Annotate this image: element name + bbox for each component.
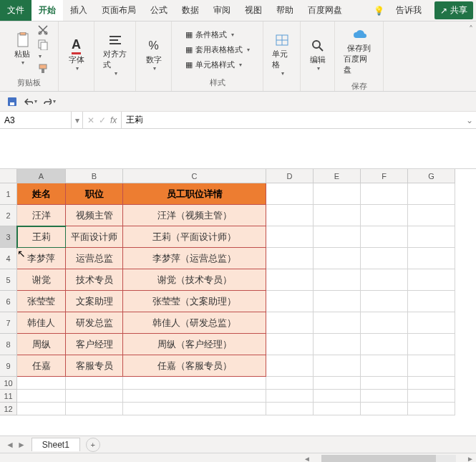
enter-formula-icon[interactable]: ✓ (99, 115, 106, 125)
name-box-dropdown[interactable]: ▾ (72, 112, 83, 128)
tab-data[interactable]: 数据 (175, 0, 206, 21)
number-button[interactable]: % 数字 (142, 36, 166, 74)
alignment-button[interactable]: 对齐方式 (99, 30, 131, 80)
cell-A12[interactable] (17, 403, 66, 415)
cell-F9[interactable] (361, 355, 408, 377)
cell-D2[interactable] (266, 205, 314, 226)
column-header-D[interactable]: D (266, 169, 314, 183)
save-button[interactable] (6, 95, 19, 108)
row-header-11[interactable]: 11 (0, 390, 17, 403)
cell-G8[interactable] (408, 334, 455, 355)
row-header-10[interactable]: 10 (0, 377, 17, 390)
save-to-baidu-button[interactable]: 保存到 百度网盘 (339, 24, 379, 78)
tab-page-layout[interactable]: 页面布局 (94, 0, 143, 21)
share-button[interactable]: ↗共享 (434, 1, 473, 19)
name-box-input[interactable] (4, 115, 67, 125)
cell-E2[interactable] (314, 205, 361, 226)
cell-D3[interactable] (266, 226, 314, 248)
cell-C10[interactable] (123, 377, 266, 390)
horizontal-scrollbar[interactable]: ◄ ► (0, 453, 476, 462)
cell-F6[interactable] (361, 291, 408, 312)
redo-button[interactable] (43, 95, 56, 108)
cell-A1[interactable]: 姓名 (17, 183, 66, 205)
cell-C2[interactable]: 汪洋（视频主管） (123, 205, 266, 226)
cell-G6[interactable] (408, 291, 455, 312)
tab-home[interactable]: 开始 (31, 0, 63, 21)
cell-B3[interactable]: 平面设计师 (66, 226, 123, 248)
cell-D11[interactable] (266, 390, 314, 403)
add-sheet-button[interactable]: + (86, 438, 100, 452)
cell-C11[interactable] (123, 390, 266, 403)
cell-E5[interactable] (314, 269, 361, 291)
collapse-ribbon-icon[interactable]: ˄ (469, 24, 473, 34)
cell-D1[interactable] (266, 183, 314, 205)
sheet-tab[interactable]: Sheet1 (31, 438, 80, 451)
cell-C1[interactable]: 员工职位详情 (123, 183, 266, 205)
cut-button[interactable] (37, 24, 49, 36)
column-header-C[interactable]: C (123, 169, 266, 183)
format-as-table-button[interactable]: ▦套用表格格式 (183, 43, 253, 57)
cell-C7[interactable]: 韩佳人（研发总监） (123, 312, 266, 334)
copy-button[interactable] (37, 39, 49, 60)
cell-F7[interactable] (361, 312, 408, 334)
cell-B7[interactable]: 研发总监 (66, 312, 123, 334)
cell-A2[interactable]: 汪洋 (17, 205, 66, 226)
cell-B6[interactable]: 文案助理 (66, 291, 123, 312)
row-header-12[interactable]: 12 (0, 403, 17, 415)
row-header-3[interactable]: 3 (0, 226, 17, 248)
scrollbar-thumb[interactable] (321, 455, 436, 463)
cell-A5[interactable]: 谢觉 (17, 269, 66, 291)
row-header-5[interactable]: 5 (0, 269, 17, 291)
cell-D12[interactable] (266, 403, 314, 415)
cell-G11[interactable] (408, 390, 455, 403)
row-header-1[interactable]: 1 (0, 183, 17, 205)
row-header-7[interactable]: 7 (0, 312, 17, 334)
cell-D4[interactable] (266, 248, 314, 269)
tab-review[interactable]: 审阅 (206, 0, 238, 21)
fx-icon[interactable]: fx (110, 115, 117, 125)
cell-F3[interactable] (361, 226, 408, 248)
cell-B5[interactable]: 技术专员 (66, 269, 123, 291)
tab-help[interactable]: 帮助 (269, 0, 301, 21)
cell-E1[interactable] (314, 183, 361, 205)
cell-G1[interactable] (408, 183, 455, 205)
row-header-6[interactable]: 6 (0, 291, 17, 312)
name-box[interactable] (0, 112, 72, 128)
cell-A8[interactable]: 周纵 (17, 334, 66, 355)
font-button[interactable]: A 字体 (64, 36, 89, 74)
cell-E9[interactable] (314, 355, 361, 377)
cell-E4[interactable] (314, 248, 361, 269)
cell-A10[interactable] (17, 377, 66, 390)
cell-A3[interactable]: 王莉 (17, 226, 66, 248)
next-sheet-icon[interactable]: ► (17, 440, 26, 450)
cell-B8[interactable]: 客户经理 (66, 334, 123, 355)
row-header-2[interactable]: 2 (0, 205, 17, 226)
row-header-4[interactable]: 4 (0, 248, 17, 269)
cell-E8[interactable] (314, 334, 361, 355)
tab-view[interactable]: 视图 (238, 0, 269, 21)
column-header-B[interactable]: B (66, 169, 123, 183)
cell-F8[interactable] (361, 334, 408, 355)
cell-D8[interactable] (266, 334, 314, 355)
scroll-left-icon[interactable]: ◄ (303, 455, 311, 463)
cell-C9[interactable]: 任嘉（客服专员） (123, 355, 266, 377)
cell-F10[interactable] (361, 377, 408, 390)
cell-B10[interactable] (66, 377, 123, 390)
cell-G3[interactable] (408, 226, 455, 248)
column-header-F[interactable]: F (361, 169, 408, 183)
cell-E6[interactable] (314, 291, 361, 312)
cell-C3[interactable]: 王莉（平面设计师） (123, 226, 266, 248)
cell-G12[interactable] (408, 403, 455, 415)
editing-button[interactable]: 编辑 (306, 36, 330, 74)
cells-button[interactable]: 单元格 (268, 30, 296, 80)
cell-G9[interactable] (408, 355, 455, 377)
cell-D9[interactable] (266, 355, 314, 377)
select-all-corner[interactable] (0, 169, 17, 183)
cell-E7[interactable] (314, 312, 361, 334)
cell-C5[interactable]: 谢觉（技术专员） (123, 269, 266, 291)
format-painter-button[interactable] (37, 63, 49, 74)
tab-formula[interactable]: 公式 (143, 0, 175, 21)
cell-B12[interactable] (66, 403, 123, 415)
row-header-8[interactable]: 8 (0, 334, 17, 355)
cell-E12[interactable] (314, 403, 361, 415)
